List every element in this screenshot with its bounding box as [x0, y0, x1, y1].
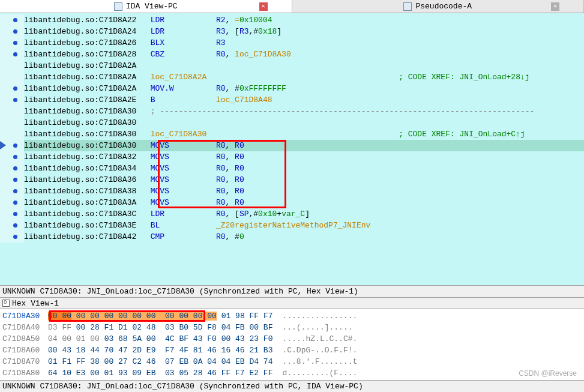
disasm-line[interactable]: libantidebug.so:C71D8A2A: [0, 60, 584, 71]
hex-line[interactable]: C71D8A8064 10 E3 00 01 93 09 EB 03 05 28…: [0, 367, 584, 379]
hex-tab-title[interactable]: Hex View-1: [12, 299, 59, 308]
hex-icon: [2, 300, 10, 307]
watermark: CSDN @iReverse: [519, 369, 577, 378]
hex-line[interactable]: C71D8A7001 F1 FF 38 00 27 C2 46 07 EB 0A…: [0, 356, 584, 367]
disasm-line[interactable]: libantidebug.so:C71D8A32 MOVS R0, R0: [0, 151, 584, 163]
disassembly-panel: IDA View-PC ✕ Pseudocode-A ✕ libantidebu…: [0, 0, 584, 298]
disassembly-listing[interactable]: libantidebug.so:C71D8A22 LDR R2, =0x1000…: [0, 13, 584, 285]
status-bar-bottom: UNKNOWN C71D8A30: JNI_OnLoad:loc_C71D8A3…: [0, 380, 584, 392]
tab-icon: [114, 2, 122, 11]
disasm-line[interactable]: libantidebug.so:C71D8A2E B loc_C71D8A48: [0, 94, 584, 106]
hex-listing[interactable]: C71D8A3000 00 00 00 00 00 00 00 00 00 00…: [0, 309, 584, 380]
hex-line[interactable]: C71D8A5004 00 01 00 03 68 5A 00 4C BF 43…: [0, 333, 584, 345]
disasm-line[interactable]: libantidebug.so:C71D8A30 MOVS R0, R0: [0, 140, 584, 151]
disasm-line[interactable]: libantidebug.so:C71D8A30 loc_C71D8A30 ; …: [0, 128, 584, 140]
disasm-line[interactable]: libantidebug.so:C71D8A22 LDR R2, =0x1000…: [0, 14, 584, 26]
tab-ida-view[interactable]: IDA View-PC ✕: [0, 0, 292, 13]
disasm-line[interactable]: libantidebug.so:C71D8A28 CBZ R0, loc_C71…: [0, 49, 584, 60]
disasm-line[interactable]: libantidebug.so:C71D8A2A loc_C71D8A2A ; …: [0, 71, 584, 83]
tab-title: Pseudocode-A: [415, 2, 472, 11]
disasm-line[interactable]: libantidebug.so:C71D8A24 LDR R3, [R3,#0x…: [0, 26, 584, 37]
hex-tab-bar: Hex View-1: [0, 298, 584, 309]
disasm-line[interactable]: libantidebug.so:C71D8A3C LDR R0, [SP,#0x…: [0, 208, 584, 220]
disasm-line[interactable]: libantidebug.so:C71D8A36 MOVS R0, R0: [0, 174, 584, 185]
tab-bar: IDA View-PC ✕ Pseudocode-A ✕: [0, 0, 584, 13]
tab-icon: [403, 2, 412, 11]
status-bar-top: UNKNOWN C71D8A30: JNI_OnLoad:loc_C71D8A3…: [0, 285, 584, 297]
hex-line[interactable]: C71D8A3000 00 00 00 00 00 00 00 00 00 00…: [0, 310, 584, 322]
disasm-line[interactable]: libantidebug.so:C71D8A30: [0, 117, 584, 128]
disasm-line[interactable]: libantidebug.so:C71D8A26 BLX R3: [0, 37, 584, 49]
disasm-line[interactable]: libantidebug.so:C71D8A42 CMP R0, #0: [0, 231, 584, 243]
disasm-line[interactable]: libantidebug.so:C71D8A3A MOVS R0, R0: [0, 197, 584, 208]
disasm-line[interactable]: libantidebug.so:C71D8A38 MOVS R0, R0: [0, 185, 584, 197]
close-icon[interactable]: ✕: [259, 2, 268, 11]
close-icon[interactable]: ✕: [551, 2, 559, 11]
hex-panel: Hex View-1 C71D8A3000 00 00 00 00 00 00 …: [0, 298, 584, 392]
disasm-line[interactable]: libantidebug.so:C71D8A3E BL _Z20register…: [0, 220, 584, 231]
tab-pseudocode[interactable]: Pseudocode-A ✕: [292, 0, 585, 13]
disasm-line[interactable]: libantidebug.so:C71D8A30 ; -------------…: [0, 106, 584, 117]
tab-title: IDA View-PC: [126, 2, 178, 11]
hex-line[interactable]: C71D8A6000 43 18 44 70 47 2D E9 F7 4F 81…: [0, 345, 584, 356]
disasm-line[interactable]: libantidebug.so:C71D8A34 MOVS R0, R0: [0, 163, 584, 174]
hex-line[interactable]: C71D8A40D3 FF 00 28 F1 D1 02 48 03 B0 5D…: [0, 322, 584, 333]
disasm-line[interactable]: libantidebug.so:C71D8A2A MOV.W R0, #0xFF…: [0, 83, 584, 94]
